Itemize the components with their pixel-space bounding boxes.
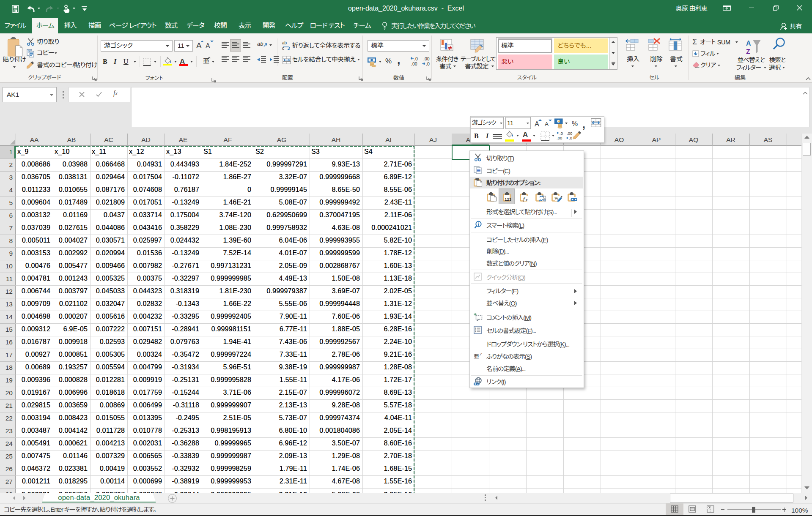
svg-text:.0: .0 (569, 136, 572, 140)
svg-text:Z: Z (746, 48, 750, 54)
svg-text:%: % (555, 196, 559, 200)
svg-text:A: A (746, 40, 751, 47)
svg-text:x: x (525, 197, 528, 202)
svg-text:亜: 亜 (474, 353, 479, 360)
svg-text:.00: .00 (411, 61, 417, 66)
svg-text:.0: .0 (560, 131, 563, 136)
svg-text:ア: ア (479, 352, 482, 356)
svg-text:.00: .00 (557, 136, 562, 140)
svg-text:123: 123 (505, 197, 511, 201)
svg-text:.00: .00 (423, 57, 430, 61)
svg-text:.0: .0 (426, 61, 430, 66)
svg-text:.0: .0 (414, 57, 418, 61)
svg-text:ab: ab (282, 41, 287, 45)
svg-text:ab: ab (257, 41, 263, 47)
svg-text:.00: .00 (567, 131, 572, 136)
svg-text:c: c (282, 46, 284, 50)
